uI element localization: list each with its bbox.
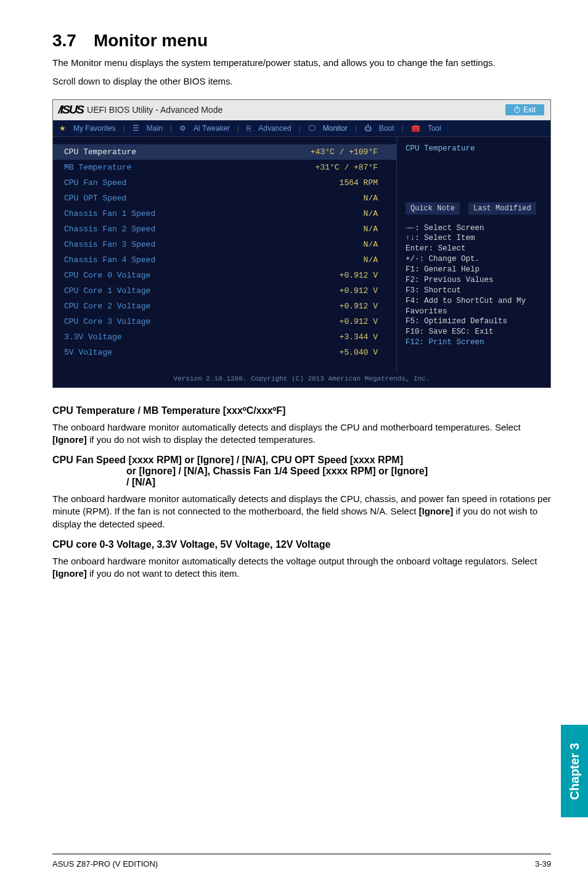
tab-favorites[interactable]: My Favorites: [73, 124, 116, 133]
help-line: F10: Save ESC: Exit: [406, 327, 543, 337]
bios-utility-title: UEFI BIOS Utility - Advanced Mode: [87, 105, 223, 115]
row-value: +43°C / +109°F: [311, 147, 378, 157]
help-line: ↑↓: Select Item: [406, 233, 543, 244]
tab-aituner[interactable]: Ai Tweaker: [194, 124, 230, 133]
tab-tool[interactable]: Tool: [428, 124, 441, 133]
bios-row-chassis1[interactable]: Chassis Fan 1 SpeedN/A: [53, 206, 396, 221]
tab-advanced[interactable]: Advanced: [258, 124, 291, 133]
row-label: CPU Core 3 Voltage: [64, 317, 150, 326]
row-value: +0.912 V: [340, 286, 378, 295]
help-line: F2: Previous Values: [406, 275, 543, 286]
tab-aituner-icon: ⚙: [179, 124, 186, 133]
row-value: +5.040 V: [340, 348, 378, 357]
row-label: CPU Fan Speed: [64, 178, 126, 188]
bios-row-5v[interactable]: 5V Voltage+5.040 V: [53, 345, 396, 360]
tab-main[interactable]: Main: [147, 124, 163, 133]
footer-page-number: 3-39: [535, 859, 551, 868]
section-heading: 3.7 Monitor menu: [52, 31, 551, 51]
row-label: Chassis Fan 3 Speed: [64, 240, 155, 249]
bios-row-chassis3[interactable]: Chassis Fan 3 SpeedN/A: [53, 237, 396, 252]
power-icon: [514, 107, 520, 113]
exit-label: Exit: [523, 105, 536, 114]
subheading-voltage: CPU core 0-3 Voltage, 3.3V Voltage, 5V V…: [52, 539, 551, 550]
bios-titlebar: /ISUS UEFI BIOS Utility - Advanced Mode …: [53, 100, 550, 120]
bios-tabs: ★ My Favorites| ☰ Main| ⚙ Ai Tweaker| ⎘ …: [53, 120, 550, 137]
bios-row-core0[interactable]: CPU Core 0 Voltage+0.912 V: [53, 268, 396, 283]
row-value: +3.344 V: [340, 332, 378, 342]
tab-main-icon: ☰: [133, 124, 139, 133]
bios-row-cpu-opt[interactable]: CPU OPT SpeedN/A: [53, 191, 396, 206]
heading-line: or [Ignore] / [N/A], Chassis Fan 1/4 Spe…: [52, 466, 551, 477]
tab-advanced-icon: ⎘: [247, 124, 251, 133]
help-line: F1: General Help: [406, 265, 543, 275]
footer-product: ASUS Z87-PRO (V EDITION): [52, 859, 158, 868]
row-label: CPU Core 1 Voltage: [64, 286, 150, 295]
star-icon: ★: [59, 124, 66, 133]
intro-text-1: The Monitor menu displays the system tem…: [52, 57, 551, 69]
help-line: +/-: Change Opt.: [406, 254, 543, 265]
text: The onboard hardware monitor automatical…: [52, 422, 521, 432]
row-label: CPU OPT Speed: [64, 194, 126, 203]
bios-row-core3[interactable]: CPU Core 3 Voltage+0.912 V: [53, 314, 396, 329]
row-label: CPU Temperature: [64, 147, 136, 157]
text: if you do not want to detect this item.: [87, 568, 240, 579]
row-value: +0.912 V: [340, 271, 378, 280]
row-label: Chassis Fan 2 Speed: [64, 225, 155, 234]
tab-tool-icon: 🧰: [411, 124, 420, 133]
last-modified-button[interactable]: Last Modified: [468, 202, 536, 215]
help-text: →←: Select Screen ↑↓: Select Item Enter:…: [406, 223, 543, 349]
tab-monitor[interactable]: Monitor: [323, 124, 348, 133]
right-panel-heading: CPU Temperature: [406, 144, 543, 153]
tab-monitor-icon: 🖵: [308, 124, 316, 133]
help-line: F4: Add to ShortCut and My Favorites: [406, 296, 543, 317]
bold-text: [Ignore]: [52, 434, 87, 445]
row-value: +31°C / +87°F: [316, 163, 378, 172]
bios-list: CPU Temperature+43°C / +109°F MB Tempera…: [53, 137, 396, 373]
row-label: MB Temperature: [64, 163, 131, 172]
bios-row-3v3[interactable]: 3.3V Voltage+3.344 V: [53, 329, 396, 345]
exit-button[interactable]: Exit: [505, 104, 544, 115]
row-label: Chassis Fan 4 Speed: [64, 255, 155, 265]
heading-line: / [N/A]: [52, 477, 551, 488]
row-value: N/A: [364, 194, 378, 203]
text: The onboard hardware monitor automatical…: [52, 556, 537, 566]
bios-row-cpu-temp[interactable]: CPU Temperature+43°C / +109°F: [53, 144, 396, 160]
page-footer: ASUS Z87-PRO (V EDITION) 3-39: [52, 854, 551, 868]
help-line: →←: Select Screen: [406, 223, 543, 234]
help-line: F5: Optimized Defaults: [406, 316, 543, 327]
chapter-side-tab: Chapter 3: [561, 725, 588, 817]
bios-row-mb-temp[interactable]: MB Temperature+31°C / +87°F: [53, 160, 396, 175]
tab-boot-icon: ⏻: [364, 124, 372, 133]
help-line: Enter: Select: [406, 244, 543, 254]
row-value: N/A: [364, 225, 378, 234]
side-tab-label: Chapter 3: [568, 743, 582, 799]
bios-screenshot: /ISUS UEFI BIOS Utility - Advanced Mode …: [52, 99, 551, 388]
tab-boot[interactable]: Boot: [379, 124, 394, 133]
row-label: 5V Voltage: [64, 348, 112, 357]
row-value: N/A: [364, 255, 378, 265]
heading-line: CPU Fan Speed [xxxx RPM] or [Ignore] / […: [52, 455, 403, 465]
bios-row-core1[interactable]: CPU Core 1 Voltage+0.912 V: [53, 283, 396, 299]
intro-text-2: Scroll down to display the other BIOS it…: [52, 75, 551, 88]
help-line: F3: Shortcut: [406, 286, 543, 296]
bios-row-chassis4[interactable]: Chassis Fan 4 SpeedN/A: [53, 252, 396, 268]
bios-row-cpu-fan[interactable]: CPU Fan Speed1564 RPM: [53, 175, 396, 191]
row-value: N/A: [364, 209, 378, 218]
paragraph: The onboard hardware monitor automatical…: [52, 421, 551, 447]
bold-text: [Ignore]: [419, 506, 453, 516]
row-value: N/A: [364, 240, 378, 249]
bios-row-chassis2[interactable]: Chassis Fan 2 SpeedN/A: [53, 221, 396, 237]
subheading-fan-speed: CPU Fan Speed [xxxx RPM] or [Ignore] / […: [52, 455, 551, 488]
bold-text: [Ignore]: [52, 568, 87, 579]
row-value: +0.912 V: [340, 302, 378, 311]
asus-logo: /ISUS: [58, 104, 83, 117]
row-label: CPU Core 0 Voltage: [64, 271, 150, 280]
text: if you do not wish to display the detect…: [87, 434, 316, 445]
row-label: CPU Core 2 Voltage: [64, 302, 150, 311]
row-value: 1564 RPM: [340, 178, 378, 188]
row-label: 3.3V Voltage: [64, 332, 122, 342]
bios-right-panel: CPU Temperature Quick Note Last Modified…: [396, 137, 550, 373]
quick-note-button[interactable]: Quick Note: [406, 202, 460, 215]
row-label: Chassis Fan 1 Speed: [64, 209, 155, 218]
bios-row-core2[interactable]: CPU Core 2 Voltage+0.912 V: [53, 299, 396, 314]
